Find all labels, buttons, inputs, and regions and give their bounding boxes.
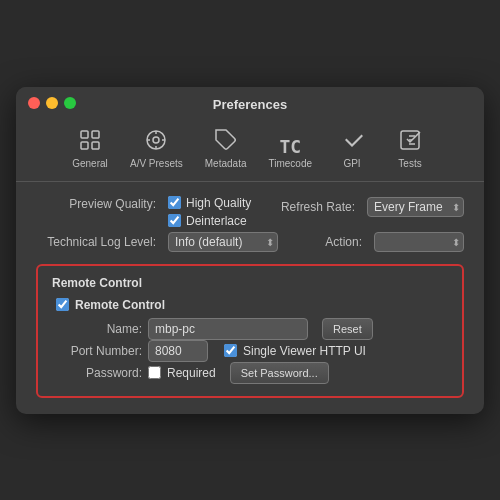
maximize-button[interactable] [64, 97, 76, 109]
remote-control-checkbox[interactable] [56, 298, 69, 311]
remote-control-title: Remote Control [52, 276, 448, 290]
remote-name-row: Name: Reset [52, 318, 448, 340]
toolbar: General A/V Presets [16, 118, 484, 182]
general-icon [78, 128, 102, 156]
toolbar-item-gpi[interactable]: GPI [324, 124, 380, 173]
toolbar-item-general[interactable]: General [62, 124, 118, 173]
remote-control-section: Remote Control Remote Control Name: Rese… [36, 264, 464, 398]
remote-name-label: Name: [52, 322, 142, 336]
timecode-label: Timecode [268, 158, 312, 169]
single-viewer-label: Single Viewer HTTP UI [243, 344, 366, 358]
metadata-label: Metadata [205, 158, 247, 169]
toolbar-item-timecode[interactable]: TC Timecode [258, 134, 322, 173]
tech-log-select[interactable]: Info (default) [168, 232, 278, 252]
required-checkbox[interactable] [148, 366, 161, 379]
svg-rect-1 [92, 131, 99, 138]
close-button[interactable] [28, 97, 40, 109]
metadata-icon [214, 128, 238, 156]
remote-password-label: Password: [52, 366, 142, 380]
single-viewer-checkbox[interactable] [224, 344, 237, 357]
traffic-lights [28, 97, 76, 109]
action-select[interactable] [374, 232, 464, 252]
refresh-rate-select[interactable]: Every Frame [367, 197, 464, 217]
required-label: Required [167, 366, 216, 380]
tech-log-label: Technical Log Level: [36, 235, 156, 249]
toolbar-item-tests[interactable]: Tests [382, 124, 438, 173]
remote-port-row: Port Number: Single Viewer HTTP UI [52, 340, 448, 362]
action-label: Action: [325, 235, 362, 249]
deinterlace-checkbox[interactable] [168, 214, 181, 227]
minimize-button[interactable] [46, 97, 58, 109]
remote-password-row: Password: Required Set Password... [52, 362, 448, 384]
high-quality-label: High Quality [186, 196, 251, 210]
reset-button[interactable]: Reset [322, 318, 373, 340]
high-quality-option: High Quality [168, 196, 251, 210]
action-wrapper [374, 232, 464, 252]
svg-rect-2 [81, 142, 88, 149]
refresh-rate-wrapper: Every Frame [367, 197, 464, 217]
remote-port-label: Port Number: [52, 344, 142, 358]
preferences-window: Preferences General [16, 87, 484, 414]
content-area: Preview Quality: High Quality Deinterlac… [16, 182, 484, 414]
gpi-label: GPI [343, 158, 360, 169]
svg-rect-3 [92, 142, 99, 149]
high-quality-checkbox[interactable] [168, 196, 181, 209]
general-label: General [72, 158, 108, 169]
preview-quality-label: Preview Quality: [36, 196, 156, 211]
remote-control-enable-row: Remote Control [52, 298, 448, 312]
deinterlace-label: Deinterlace [186, 214, 247, 228]
av-presets-icon [144, 128, 168, 156]
remote-control-checkbox-label: Remote Control [75, 298, 165, 312]
preview-quality-options: High Quality Deinterlace [168, 196, 251, 228]
tests-icon [398, 128, 422, 156]
toolbar-item-av-presets[interactable]: A/V Presets [120, 124, 193, 173]
set-password-button[interactable]: Set Password... [230, 362, 329, 384]
remote-name-input[interactable] [148, 318, 308, 340]
window-title: Preferences [213, 97, 287, 112]
deinterlace-option: Deinterlace [168, 214, 251, 228]
remote-port-input[interactable] [148, 340, 208, 362]
titlebar: Preferences [16, 87, 484, 118]
tests-label: Tests [398, 158, 421, 169]
gpi-icon [340, 128, 364, 156]
av-presets-label: A/V Presets [130, 158, 183, 169]
tech-log-wrapper: Info (default) [168, 232, 278, 252]
toolbar-item-metadata[interactable]: Metadata [195, 124, 257, 173]
timecode-icon: TC [279, 138, 301, 156]
refresh-rate-label: Refresh Rate: [281, 200, 355, 214]
svg-point-5 [153, 137, 159, 143]
svg-rect-0 [81, 131, 88, 138]
